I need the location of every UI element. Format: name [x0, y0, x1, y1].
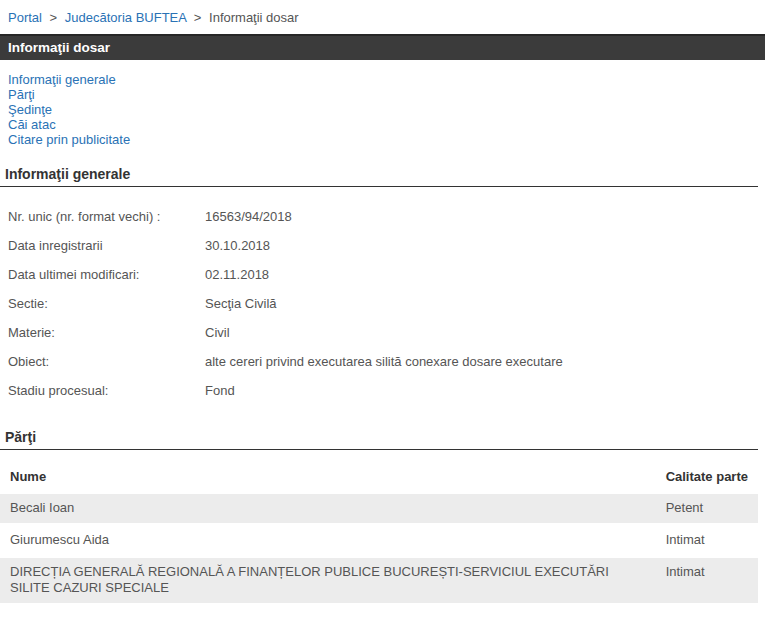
- breadcrumb-separator: >: [194, 10, 202, 25]
- nav-link-cai-atac[interactable]: Căi atac: [8, 117, 768, 132]
- page-title-bar: Informaţii dosar: [0, 34, 765, 60]
- field-value: alte cereri privind executarea silită co…: [205, 355, 758, 369]
- field-value: Secţia Civilă: [205, 297, 758, 311]
- field-row-obiect: Obiect: alte cereri privind executarea s…: [0, 347, 758, 376]
- general-info-fields: Nr. unic (nr. format vechi) : 16563/94/2…: [0, 202, 758, 405]
- table-row: DIRECȚIA GENERALĂ REGIONALĂ A FINANȚELOR…: [0, 558, 758, 603]
- field-label: Obiect:: [8, 355, 205, 369]
- nav-link-sedinte[interactable]: Şedinţe: [8, 102, 768, 117]
- breadcrumb-link-court[interactable]: Judecătoria BUFTEA: [65, 10, 186, 25]
- party-role: Intimat: [656, 526, 758, 555]
- field-row-materie: Materie: Civil: [0, 318, 758, 347]
- party-name: Giurumescu Aida: [0, 526, 656, 555]
- nav-link-informatii-generale[interactable]: Informaţii generale: [8, 72, 768, 87]
- field-row-stadiu-procesual: Stadiu procesual: Fond: [0, 376, 758, 405]
- main-content: Informaţii generale Nr. unic (nr. format…: [0, 166, 758, 620]
- field-row-sectie: Sectie: Secţia Civilă: [0, 289, 758, 318]
- page-title: Informaţii dosar: [8, 40, 110, 55]
- table-row: Giurumescu Aida Intimat: [0, 526, 758, 555]
- nav-link-citare-prin-publicitate[interactable]: Citare prin publicitate: [8, 132, 768, 147]
- section-heading-parti: Părţi: [0, 429, 758, 450]
- field-label: Materie:: [8, 326, 205, 340]
- nav-link-parti[interactable]: Părţi: [8, 87, 768, 102]
- field-row-data-ultimei-modificari: Data ultimei modificari: 02.11.2018: [0, 260, 758, 289]
- field-label: Data inregistrarii: [8, 239, 205, 253]
- parties-table-header-row: Nume Calitate parte: [0, 463, 758, 491]
- breadcrumb-current-page: Informaţii dosar: [209, 10, 299, 25]
- party-name: Becali Ioan: [0, 494, 656, 523]
- field-label: Sectie:: [8, 297, 205, 311]
- field-row-nr-unic: Nr. unic (nr. format vechi) : 16563/94/2…: [0, 202, 758, 231]
- field-value: 30.10.2018: [205, 239, 758, 253]
- field-label: Data ultimei modificari:: [8, 268, 205, 282]
- column-header-nume: Nume: [0, 463, 656, 491]
- field-value: 02.11.2018: [205, 268, 758, 282]
- parties-table: Nume Calitate parte Becali Ioan Petent G…: [0, 460, 758, 606]
- field-label: Stadiu procesual:: [8, 384, 205, 398]
- section-heading-informatii-generale: Informaţii generale: [0, 166, 758, 187]
- table-row: Becali Ioan Petent: [0, 494, 758, 523]
- field-label: Nr. unic (nr. format vechi) :: [8, 210, 205, 224]
- field-value: Civil: [205, 326, 758, 340]
- field-row-data-inregistrarii: Data inregistrarii 30.10.2018: [0, 231, 758, 260]
- column-header-calitate-parte: Calitate parte: [656, 463, 758, 491]
- breadcrumb: Portal > Judecătoria BUFTEA > Informaţii…: [0, 0, 776, 34]
- field-value: Fond: [205, 384, 758, 398]
- breadcrumb-separator: >: [50, 10, 58, 25]
- breadcrumb-link-portal[interactable]: Portal: [8, 10, 42, 25]
- party-name: DIRECȚIA GENERALĂ REGIONALĂ A FINANȚELOR…: [0, 558, 656, 603]
- party-role: Intimat: [656, 558, 758, 603]
- field-value: 16563/94/2018: [205, 210, 758, 224]
- section-nav: Informaţii generale Părţi Şedinţe Căi at…: [0, 60, 776, 147]
- party-role: Petent: [656, 494, 758, 523]
